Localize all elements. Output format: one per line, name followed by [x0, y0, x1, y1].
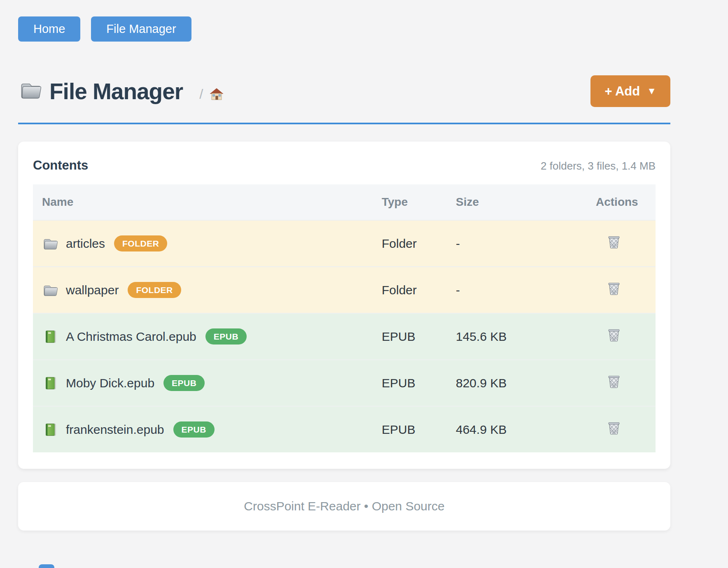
home-icon[interactable]: [209, 87, 224, 102]
contents-card: Contents 2 folders, 3 files, 1.4 MB Name…: [18, 142, 670, 469]
delete-button[interactable]: [596, 281, 621, 298]
file-type: Folder: [382, 267, 456, 313]
add-button-label: + Add: [604, 85, 640, 98]
column-header-actions: Actions: [596, 184, 656, 220]
epub-badge: EPUB: [205, 328, 247, 345]
table-row: articles FOLDER Folder -: [33, 220, 656, 267]
column-header-name: Name: [33, 184, 382, 220]
trash-icon: [607, 234, 621, 250]
top-nav: Home File Manager: [18, 16, 670, 42]
folder-icon: [42, 236, 58, 251]
contents-summary: 2 folders, 3 files, 1.4 MB: [541, 160, 656, 172]
breadcrumb: /: [199, 86, 224, 102]
file-size: -: [456, 220, 596, 267]
trash-icon: [607, 281, 621, 296]
file-name-link[interactable]: frankenstein.epub: [66, 423, 164, 437]
partial-button[interactable]: [39, 564, 54, 568]
add-button[interactable]: + Add ▼: [590, 75, 670, 107]
file-type: EPUB: [382, 360, 456, 406]
delete-button[interactable]: [596, 374, 621, 391]
folder-badge: FOLDER: [128, 282, 181, 298]
file-size: -: [456, 267, 596, 313]
breadcrumb-separator: /: [199, 86, 203, 102]
table-header-row: Name Type Size Actions: [33, 184, 656, 220]
page-header: File Manager / + Add ▼: [18, 75, 670, 107]
book-icon: [42, 422, 58, 437]
home-nav-button[interactable]: Home: [18, 16, 80, 42]
footer-text: CrossPoint E-Reader • Open Source: [18, 499, 670, 513]
table-row: Moby Dick.epub EPUB EPUB 820.9 KB: [33, 360, 656, 406]
footer: CrossPoint E-Reader • Open Source: [18, 482, 670, 531]
trash-icon: [607, 327, 621, 343]
file-name-link[interactable]: A Christmas Carol.epub: [66, 330, 196, 344]
delete-button[interactable]: [596, 234, 621, 251]
file-name-link[interactable]: Moby Dick.epub: [66, 376, 154, 390]
folder-badge: FOLDER: [114, 235, 167, 251]
file-type: Folder: [382, 220, 456, 267]
table-row: A Christmas Carol.epub EPUB EPUB 145.6 K…: [33, 313, 656, 360]
file-size: 145.6 KB: [456, 313, 596, 360]
folder-icon: [42, 283, 58, 298]
page-title: File Manager: [49, 78, 183, 105]
epub-badge: EPUB: [173, 421, 215, 438]
table-row: frankenstein.epub EPUB EPUB 464.9 KB: [33, 406, 656, 452]
folder-icon: [18, 79, 43, 101]
file-type: EPUB: [382, 313, 456, 360]
trash-icon: [607, 374, 621, 389]
header-divider: [18, 123, 670, 124]
file-manager-nav-button[interactable]: File Manager: [91, 16, 191, 42]
book-icon: [42, 376, 58, 391]
page-container: Home File Manager File Manager / + Add ▼…: [18, 0, 670, 531]
file-name-link[interactable]: wallpaper: [66, 283, 119, 297]
contents-title: Contents: [33, 158, 88, 173]
file-table: Name Type Size Actions articles FOLDER: [33, 184, 656, 452]
epub-badge: EPUB: [163, 375, 205, 391]
file-type: EPUB: [382, 406, 456, 452]
chevron-down-icon: ▼: [647, 86, 656, 96]
table-row: wallpaper FOLDER Folder -: [33, 267, 656, 313]
book-icon: [42, 329, 58, 344]
file-size: 820.9 KB: [456, 360, 596, 406]
file-name-link[interactable]: articles: [66, 237, 105, 251]
delete-button[interactable]: [596, 327, 621, 344]
delete-button[interactable]: [596, 420, 621, 437]
contents-card-header: Contents 2 folders, 3 files, 1.4 MB: [33, 158, 656, 173]
column-header-type: Type: [382, 184, 456, 220]
column-header-size: Size: [456, 184, 596, 220]
file-size: 464.9 KB: [456, 406, 596, 452]
trash-icon: [607, 420, 621, 436]
